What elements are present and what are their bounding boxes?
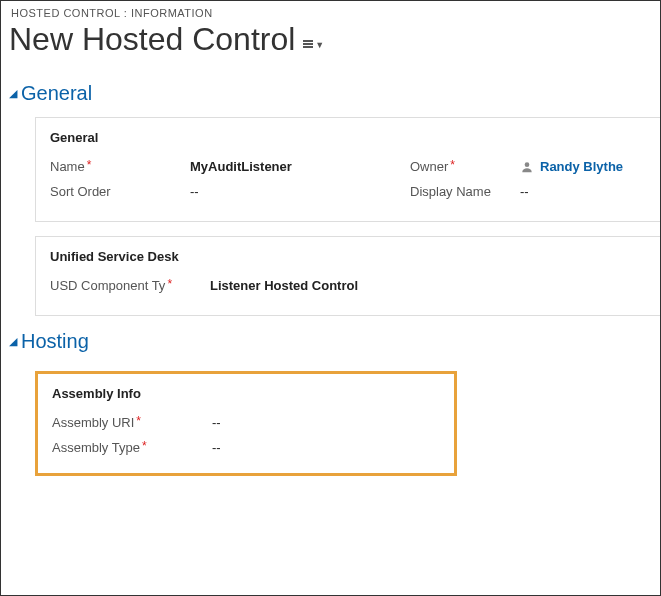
field-owner[interactable]: Randy Blythe <box>520 159 661 174</box>
list-icon <box>303 40 313 48</box>
page-title-row: New Hosted Control ▼ <box>1 21 660 68</box>
panel-general: General Name* MyAuditListener Owner* Ran… <box>35 117 660 222</box>
section-title-general: General <box>21 82 92 105</box>
label-component-type: USD Component Ty* <box>50 278 210 293</box>
label-sort-order: Sort Order <box>50 184 190 199</box>
breadcrumb: HOSTED CONTROL : INFORMATION <box>1 1 660 21</box>
label-display-name: Display Name <box>410 184 520 199</box>
field-component-type[interactable]: Listener Hosted Control <box>210 278 450 293</box>
panel-title-usd: Unified Service Desk <box>50 249 646 264</box>
section-header-general[interactable]: ◢ General <box>1 68 660 117</box>
view-switcher-dropdown[interactable]: ▼ <box>303 39 324 49</box>
label-assembly-uri: Assembly URI* <box>52 415 212 430</box>
section-title-hosting: Hosting <box>21 330 89 353</box>
section-header-hosting[interactable]: ◢ Hosting <box>1 316 660 365</box>
required-icon: * <box>136 415 141 427</box>
collapse-icon: ◢ <box>9 87 17 100</box>
label-assembly-type: Assembly Type* <box>52 440 212 455</box>
panel-assembly-info: Assembly Info Assembly URI* -- Assembly … <box>35 371 457 476</box>
collapse-icon: ◢ <box>9 335 17 348</box>
owner-link[interactable]: Randy Blythe <box>540 159 623 174</box>
required-icon: * <box>167 278 172 290</box>
required-icon: * <box>87 159 92 171</box>
person-icon <box>520 160 534 174</box>
field-assembly-type[interactable]: -- <box>212 440 452 455</box>
required-icon: * <box>450 159 455 171</box>
required-icon: * <box>142 440 147 452</box>
chevron-down-icon: ▼ <box>315 40 324 50</box>
label-owner: Owner* <box>410 159 520 174</box>
svg-point-0 <box>525 162 530 167</box>
field-sort-order[interactable]: -- <box>190 184 410 199</box>
page-title: New Hosted Control <box>9 21 295 58</box>
panel-title-assembly: Assembly Info <box>52 386 440 401</box>
label-name: Name* <box>50 159 190 174</box>
panel-title-general: General <box>50 130 646 145</box>
field-name[interactable]: MyAuditListener <box>190 159 410 174</box>
panel-usd: Unified Service Desk USD Component Ty* L… <box>35 236 660 316</box>
field-display-name[interactable]: -- <box>520 184 661 199</box>
field-assembly-uri[interactable]: -- <box>212 415 452 430</box>
